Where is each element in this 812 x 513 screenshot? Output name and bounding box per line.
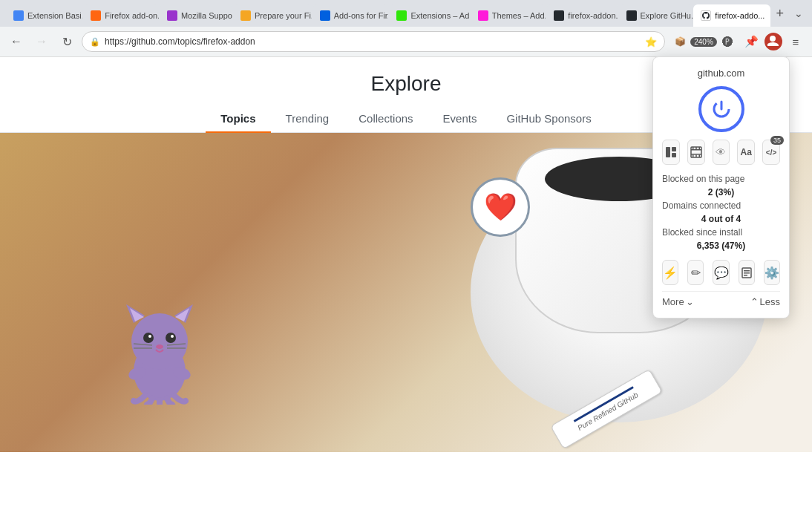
svg-point-7: [166, 333, 176, 343]
tab-active[interactable]: firefox-addo... ×: [693, 4, 770, 27]
tab-bar: Extension Basi... Firefox add-on... Mozi…: [0, 0, 812, 27]
stat-row-domains: Domains connected: [662, 200, 780, 211]
tab-favicon-extensions: [396, 10, 407, 21]
svg-rect-32: [744, 270, 750, 272]
svg-rect-26: [695, 147, 697, 149]
more-chevron-icon: ⌄: [686, 296, 694, 307]
new-tab-button[interactable]: +: [771, 6, 788, 22]
code-icon: </>: [766, 148, 776, 157]
nav-right-buttons: 📦 240% 🅟 📌 ≡: [669, 31, 806, 52]
more-label: More: [662, 296, 684, 307]
tab-ff-addon[interactable]: Firefox add-on...: [83, 4, 159, 27]
popup-stats: Blocked on this page 2 (3%) Domains conn…: [662, 174, 780, 251]
stat-row-blocked-page: Blocked on this page: [662, 174, 780, 184]
tab-favicon-active: [701, 10, 711, 21]
profile-avatar[interactable]: [764, 33, 782, 50]
nav-item-topics[interactable]: Topics: [206, 105, 270, 132]
svg-rect-19: [666, 147, 670, 157]
nav-bar: ← → ↻ 🔒 https://github.com/topics/firefo…: [0, 27, 812, 56]
svg-rect-29: [695, 155, 697, 157]
address-text: https://github.com/topics/firefox-addon: [105, 36, 641, 47]
popup-toolbar: 👁 Aa </> 35: [662, 140, 780, 165]
tab-moz-support[interactable]: Mozilla Support: [160, 4, 232, 27]
tab-favicon-ext-basic: [13, 10, 24, 21]
tab-favicon-moz: [167, 10, 177, 21]
tab-ext-basic[interactable]: Extension Basi...: [6, 4, 82, 27]
tab-favicon-ff2: [554, 10, 564, 21]
tab-label-explore: Explore GitHu...: [641, 11, 693, 20]
more-button[interactable]: More ⌄: [662, 296, 694, 307]
svg-rect-33: [744, 272, 750, 274]
cat-mascot: [111, 293, 208, 408]
tab-label-moz: Mozilla Support: [181, 11, 232, 20]
svg-rect-28: [693, 155, 694, 157]
back-button[interactable]: ←: [6, 31, 27, 52]
less-chevron-icon: ⌃: [750, 296, 759, 307]
tab-firefox-addon2[interactable]: firefox-addon...: [546, 4, 618, 27]
svg-point-10: [156, 344, 163, 349]
eye-icon: 👁: [716, 146, 726, 158]
nav-item-github-sponsors[interactable]: GitHub Sponsors: [491, 105, 606, 132]
less-button[interactable]: ⌃ Less: [750, 296, 780, 307]
settings-action-button[interactable]: ⚙️: [764, 260, 780, 285]
popup-footer: More ⌄ ⌃ Less: [662, 291, 780, 307]
lock-icon: 🔒: [90, 37, 100, 47]
tab-themes[interactable]: Themes – Add...: [471, 4, 546, 27]
nav-item-trending[interactable]: Trending: [271, 105, 344, 132]
tab-label-extensions: Extensions – Ad...: [410, 11, 469, 20]
eye-tool-button[interactable]: 👁: [713, 140, 730, 165]
bookmark-toolbar-icon[interactable]: 📌: [741, 31, 762, 52]
svg-point-9: [171, 335, 174, 338]
svg-point-1: [131, 313, 188, 370]
tab-favicon-ff-addon: [91, 10, 101, 21]
tab-list-button[interactable]: ⌄: [791, 7, 806, 19]
pen-action-button[interactable]: ✏: [687, 260, 704, 285]
address-bar[interactable]: 🔒 https://github.com/topics/firefox-addo…: [82, 31, 665, 52]
clipboard-action-button[interactable]: [739, 260, 755, 285]
code-badge: 35: [770, 136, 784, 145]
tab-explore-github[interactable]: Explore GitHu...: [619, 4, 693, 27]
tab-actions: + ⌄: [771, 6, 806, 22]
code-tool-button[interactable]: </> 35: [762, 140, 780, 165]
tab-prepare[interactable]: Prepare your Fi...: [233, 4, 312, 27]
nav-item-events[interactable]: Events: [428, 105, 492, 132]
tab-label-prepare: Prepare your Fi...: [255, 11, 312, 20]
tab-label-active: firefox-addo...: [715, 11, 764, 20]
film-tool-button[interactable]: [687, 140, 705, 165]
container-icon[interactable]: 📦: [669, 31, 690, 52]
svg-point-6: [143, 333, 154, 343]
tab-label-addons-ff: Add-ons for Fir...: [334, 11, 389, 20]
stat-value-domains: 4 out of 4: [701, 214, 741, 224]
forward-button[interactable]: →: [31, 31, 52, 52]
tab-favicon-prepare: [240, 10, 251, 21]
svg-rect-30: [698, 155, 700, 157]
font-tool-button[interactable]: Aa: [737, 140, 755, 165]
font-icon: Aa: [741, 147, 752, 157]
svg-rect-25: [693, 147, 694, 149]
stat-row-since-install: Blocked since install: [662, 227, 780, 238]
reload-button[interactable]: ↻: [56, 31, 77, 52]
svg-rect-23: [691, 149, 701, 151]
layout-tool-button[interactable]: [662, 140, 680, 165]
less-label: Less: [760, 296, 780, 307]
tab-favicon-themes: [478, 10, 488, 21]
stat-value-row-blocked-page: 2 (3%): [662, 187, 780, 197]
tab-label-ff-addon: Firefox add-on...: [105, 11, 159, 20]
nav-item-collections[interactable]: Collections: [344, 105, 428, 132]
menu-button[interactable]: ≡: [785, 31, 806, 52]
zoom-level: 240%: [690, 37, 717, 47]
stat-value-row-since-install: 6,353 (47%): [662, 241, 780, 251]
tab-addons-for-ff[interactable]: Add-ons for Fir...: [312, 4, 389, 27]
tab-extensions-ad[interactable]: Extensions – Ad...: [389, 4, 469, 27]
stat-label-since-install: Blocked since install: [662, 227, 742, 238]
svg-rect-27: [698, 147, 700, 149]
power-button[interactable]: [698, 86, 744, 132]
chat-action-button[interactable]: 💬: [713, 260, 729, 285]
tab-favicon-addons-ff: [320, 10, 330, 21]
browser-chrome: Extension Basi... Firefox add-on... Mozi…: [0, 0, 812, 57]
svg-rect-21: [672, 153, 676, 157]
zoom-button[interactable]: 240%: [693, 31, 714, 52]
lightning-action-button[interactable]: ⚡: [662, 260, 678, 285]
pocket-icon[interactable]: 🅟: [717, 31, 738, 52]
stat-value-since-install: 6,353 (47%): [697, 241, 745, 251]
